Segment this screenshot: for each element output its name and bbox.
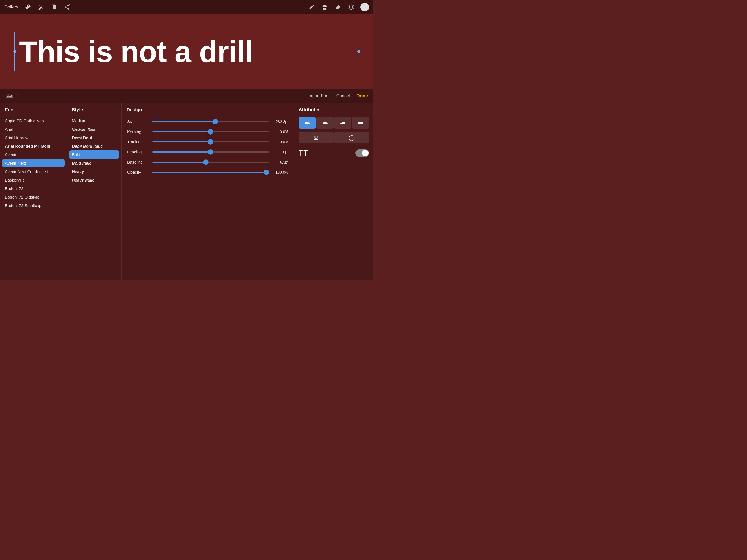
chevron-up-icon[interactable]: ⌃: [16, 94, 19, 98]
slider-track[interactable]: [152, 121, 269, 122]
design-value: 0pt: [272, 150, 288, 154]
align-left-icon: [305, 121, 310, 125]
handle-left[interactable]: [14, 50, 16, 53]
font-item[interactable]: Baskerville: [0, 176, 67, 184]
style-column: Style MediumMedium ItalicDemi BoldDemi B…: [67, 103, 122, 280]
style-item[interactable]: Heavy: [67, 167, 121, 176]
cancel-button[interactable]: Cancel: [336, 94, 350, 98]
design-value: 100.0%: [272, 170, 288, 175]
style-item[interactable]: Bold Italic: [67, 159, 121, 167]
tt-toggle[interactable]: [356, 149, 369, 157]
font-item[interactable]: Bodoni 72: [0, 184, 67, 193]
send-icon[interactable]: [63, 3, 71, 11]
slider-track[interactable]: [152, 131, 269, 132]
layers-icon[interactable]: [347, 3, 355, 11]
import-font-button[interactable]: Import Font: [307, 94, 330, 98]
align-right-button[interactable]: [334, 117, 351, 128]
align-center-icon: [323, 121, 328, 125]
align-left-button[interactable]: [299, 117, 316, 128]
design-row: Baseline6.3pt: [122, 157, 294, 167]
font-item[interactable]: Bodoni 72 Oldstyle: [0, 193, 67, 201]
font-item[interactable]: Avenir Next Condensed: [0, 167, 67, 176]
eraser-icon[interactable]: [334, 3, 342, 11]
slider-thumb[interactable]: [208, 129, 213, 134]
align-justify-button[interactable]: [352, 117, 369, 128]
design-column: Design Size282.8ptKerning0.0%Tracking0.0…: [122, 103, 294, 280]
design-label: Opacity: [127, 170, 149, 175]
font-item[interactable]: Avenir Next: [2, 159, 65, 167]
font-item[interactable]: Bodoni 72 Smallcaps: [0, 201, 67, 210]
slider-track[interactable]: [152, 152, 269, 153]
avatar[interactable]: [360, 3, 369, 11]
align-center-button[interactable]: [316, 117, 334, 128]
style-item[interactable]: Demi Bold Italic: [67, 142, 121, 150]
slider-thumb[interactable]: [208, 149, 213, 155]
design-label: Baseline: [127, 160, 149, 164]
slider-track[interactable]: [152, 161, 269, 163]
handle-right[interactable]: [357, 50, 360, 53]
keyboard-icon: ⌨: [5, 93, 14, 99]
attributes-column: Attributes: [294, 103, 374, 280]
wrench-icon[interactable]: [24, 3, 31, 11]
toggle-knob: [362, 150, 368, 156]
font-item[interactable]: Apple SD Gothic Neo: [0, 117, 67, 125]
font-item[interactable]: Avenir: [0, 150, 67, 159]
style-item[interactable]: Medium: [67, 117, 121, 125]
done-button[interactable]: Done: [357, 93, 368, 99]
align-right-icon: [340, 121, 345, 125]
script-icon[interactable]: [50, 3, 58, 11]
align-justify-icon: [358, 121, 363, 125]
design-rows: Size282.8ptKerning0.0%Tracking0.0%Leadin…: [122, 117, 294, 177]
design-value: 282.8pt: [272, 120, 288, 124]
design-row: Tracking0.0%: [122, 137, 294, 147]
canvas-area: This is not a drill: [0, 14, 374, 88]
design-label: Tracking: [127, 139, 149, 144]
design-row: Opacity100.0%: [122, 167, 294, 177]
font-column-header: Font: [0, 105, 67, 117]
pen-icon[interactable]: [308, 3, 315, 11]
slider-track[interactable]: [152, 172, 269, 173]
alignment-group: [299, 117, 369, 128]
tt-row: TT: [299, 147, 369, 159]
font-list: Apple SD Gothic NeoArialArial HebrewAria…: [0, 117, 67, 210]
font-item[interactable]: Arial Hebrew: [0, 133, 67, 142]
tt-label: TT: [299, 149, 308, 157]
canvas-text: This is not a drill: [19, 35, 253, 68]
font-item[interactable]: Arial Rounded MT Bold: [0, 142, 67, 150]
attributes-header: Attributes: [299, 105, 369, 117]
design-row: Leading0pt: [122, 147, 294, 157]
design-label: Kerning: [127, 129, 149, 134]
design-label: Leading: [127, 150, 149, 154]
text-box[interactable]: This is not a drill: [15, 32, 359, 71]
slider-thumb[interactable]: [203, 159, 209, 165]
style-column-header: Style: [67, 105, 121, 117]
style-item[interactable]: Demi Bold: [67, 133, 121, 142]
slider-thumb[interactable]: [208, 139, 213, 145]
outline-button[interactable]: ◯: [334, 132, 369, 143]
slider-thumb[interactable]: [264, 170, 269, 175]
toolbar-right: [308, 3, 369, 11]
design-value: 0.0%: [272, 130, 288, 134]
toolbar-left: Gallery: [4, 3, 71, 11]
slider-track[interactable]: [152, 142, 269, 143]
gallery-button[interactable]: Gallery: [4, 5, 18, 9]
panel-content: Font Apple SD Gothic NeoArialArial Hebre…: [0, 103, 374, 280]
format-group: U ◯: [299, 132, 369, 143]
style-item[interactable]: Heavy Italic: [67, 176, 121, 184]
design-label: Size: [127, 119, 149, 124]
design-row: Kerning0.0%: [122, 127, 294, 137]
style-list: MediumMedium ItalicDemi BoldDemi Bold It…: [67, 117, 121, 184]
font-column: Font Apple SD Gothic NeoArialArial Hebre…: [0, 103, 67, 280]
magic-wand-icon[interactable]: [37, 3, 45, 11]
design-value: 0.0%: [272, 140, 288, 144]
font-item[interactable]: Arial: [0, 125, 67, 133]
pencil-icon[interactable]: [321, 3, 329, 11]
underline-button[interactable]: U: [299, 132, 334, 143]
slider-thumb[interactable]: [212, 119, 218, 124]
style-item[interactable]: Medium Italic: [67, 125, 121, 133]
panel-toolbar-left: ⌨ ⌃: [5, 93, 19, 99]
bottom-panel: ⌨ ⌃ Import Font Cancel Done Font Apple S…: [0, 88, 374, 280]
design-column-header: Design: [122, 105, 294, 117]
style-item[interactable]: Bold: [69, 150, 119, 159]
panel-toolbar-right: Import Font Cancel Done: [307, 93, 368, 99]
